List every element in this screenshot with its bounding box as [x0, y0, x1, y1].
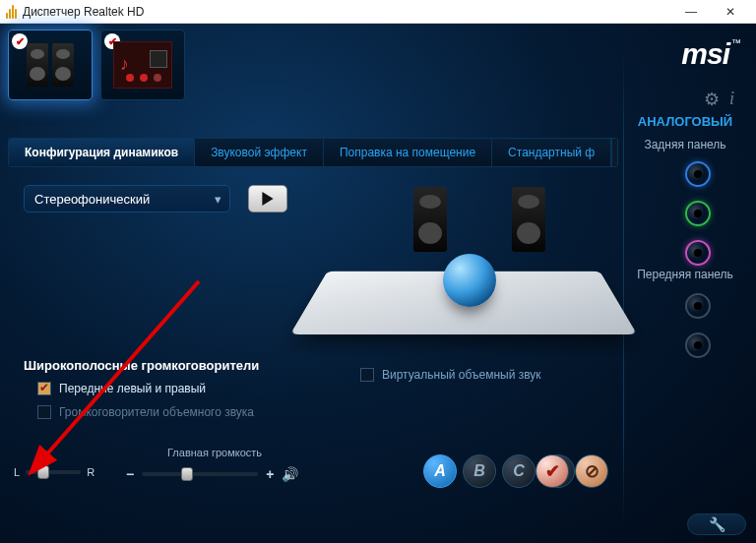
preset-b-button[interactable]: B [463, 454, 496, 488]
tab-default-format[interactable]: Стандартный ф [492, 139, 611, 166]
broadband-heading: Широкополосные громкоговорители [24, 358, 259, 373]
analog-heading: АНАЛОГОВЫЙ [626, 114, 744, 129]
speaker-stage [311, 181, 616, 358]
preset-a-button[interactable]: A [423, 454, 457, 488]
device-thumb-motherboard[interactable]: ✔ [100, 30, 185, 100]
balance-thumb[interactable] [37, 465, 49, 479]
tab-scroll-left[interactable]: ◄ [611, 139, 618, 166]
stage-speaker-left[interactable] [413, 187, 447, 252]
stage-speaker-right[interactable] [512, 187, 545, 252]
volume-plus[interactable]: + [266, 466, 274, 482]
wrench-icon: 🔧 [709, 516, 725, 532]
apply-button[interactable]: ✔ [536, 454, 569, 488]
tab-strip: Конфигурация динамиков Звуковой эффект П… [8, 138, 618, 167]
jack-front-1[interactable] [685, 293, 711, 319]
jack-line-out[interactable] [685, 201, 711, 226]
msi-logo: msi™ [681, 37, 740, 71]
volume-thumb[interactable] [181, 467, 193, 481]
front-lr-checkbox[interactable] [37, 382, 51, 395]
front-panel-label: Передняя панель [626, 268, 744, 281]
front-lr-label: Передние левый и правый [59, 382, 206, 395]
window-titlebar: Диспетчер Realtek HD — ✕ [0, 0, 756, 24]
surround-checkbox [37, 405, 51, 419]
back-panel-label: Задняя панель [626, 138, 744, 151]
jack-line-in[interactable] [685, 161, 711, 187]
cancel-button[interactable]: ⊘ [575, 454, 608, 488]
gear-icon[interactable]: ⚙ [704, 89, 720, 110]
balance-right-label: R [87, 466, 94, 478]
play-icon [261, 192, 275, 206]
virtual-surround-checkbox[interactable] [360, 368, 374, 382]
stage-listener-orb [443, 254, 496, 307]
info-icon[interactable]: i [729, 89, 734, 110]
balance-left-label: L [14, 466, 20, 478]
panel-divider [623, 49, 624, 523]
jack-front-2[interactable] [685, 332, 711, 358]
advanced-settings-button[interactable]: 🔧 [687, 513, 746, 535]
volume-minus[interactable]: − [126, 466, 134, 482]
main-volume-slider[interactable] [142, 472, 258, 476]
tab-sound-effect[interactable]: Звуковой эффект [195, 139, 324, 166]
app-icon [6, 5, 17, 19]
main-volume-label: Главная громкость [167, 447, 262, 458]
tab-speaker-config[interactable]: Конфигурация динамиков [9, 139, 195, 166]
balance-slider[interactable]: L R [14, 466, 94, 478]
chevron-down-icon: ▾ [215, 192, 221, 207]
speaker-icon[interactable]: 🔊 [282, 466, 298, 482]
window-title: Диспетчер Realtek HD [23, 5, 144, 19]
dropdown-value: Стереофонический [34, 192, 150, 207]
virtual-surround-label: Виртуальный объемный звук [382, 368, 541, 382]
speaker-config-dropdown[interactable]: Стереофонический ▾ [24, 185, 230, 212]
jack-mic[interactable] [685, 240, 711, 266]
device-thumb-speakers[interactable]: ✔ [8, 30, 93, 100]
minimize-button[interactable]: — [671, 0, 711, 24]
check-icon: ✔ [12, 33, 28, 49]
test-play-button[interactable] [248, 185, 287, 212]
preset-c-button[interactable]: C [502, 454, 536, 488]
surround-label: Громкоговорители объемного звука [59, 405, 254, 419]
tab-room-correction[interactable]: Поправка на помещение [324, 139, 492, 166]
close-button[interactable]: ✕ [711, 0, 750, 24]
